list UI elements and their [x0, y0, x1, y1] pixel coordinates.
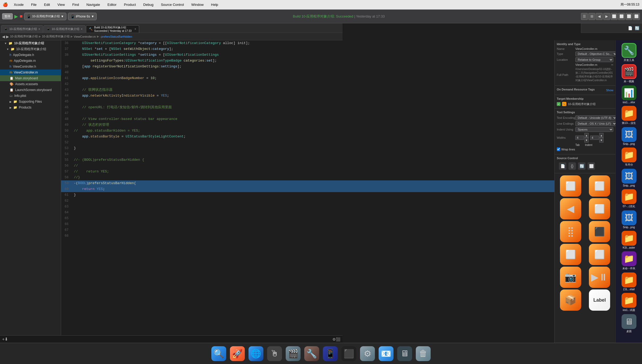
tab-2[interactable]: 🔨 Build 10-应用程序对象介绍: Succeeded | Yesterd…: [86, 25, 139, 33]
view-split[interactable]: ⬜: [611, 13, 618, 20]
ctrl-btn-label[interactable]: Label: [589, 289, 610, 311]
related-items-btn[interactable]: 📄: [627, 25, 633, 31]
desktop-icon-chandan[interactable]: 📁 车丹分: [618, 147, 640, 167]
add-file-btn[interactable]: +: [2, 337, 5, 342]
pause-button[interactable]: 暂停: [2, 13, 13, 19]
ctrl-btn-4[interactable]: ⬜: [589, 198, 610, 219]
breadcrumb-item-4[interactable]: -prefersStatusBarHidden: [100, 35, 132, 38]
wrap-lines-checkbox[interactable]: [557, 148, 560, 151]
location-edit-icon[interactable]: ✏: [611, 63, 613, 66]
dock-prefs[interactable]: ⚙: [359, 346, 376, 362]
desktop-icon-xlsx[interactable]: 📊 ios1....xlsx: [618, 85, 640, 104]
scheme-selector[interactable]: 📱 10-应用程序对象介绍 ▼: [24, 13, 66, 20]
ctrl-btn-2[interactable]: ⬜: [589, 175, 610, 197]
view-split4[interactable]: ⬜: [633, 13, 640, 20]
desktop-icon-desktop[interactable]: 🖥 桌面: [618, 314, 640, 334]
breadcrumb-back[interactable]: ◀: [2, 34, 5, 39]
device-selector[interactable]: 📱 iPhone 6s ▼: [68, 13, 97, 20]
sidebar-supporting-files[interactable]: ▶ 📁 Supporting Files: [0, 99, 61, 105]
tab-width-input[interactable]: [575, 136, 584, 140]
run-button[interactable]: ▶: [14, 14, 18, 19]
menu-edit[interactable]: Edit: [42, 2, 52, 7]
breadcrumb-forward[interactable]: ▶: [6, 34, 9, 39]
desktop-icon-snip1[interactable]: 🖼 Snip...png: [618, 127, 640, 146]
menu-help[interactable]: Help: [209, 2, 220, 7]
line-endings-select[interactable]: Default - OS X / Unix (LF): [575, 121, 615, 126]
dock-mail[interactable]: 📧: [378, 346, 395, 362]
dock-tools[interactable]: 🔧: [303, 346, 320, 362]
desktop-icon-video[interactable]: 🎬 未···视频: [618, 64, 640, 84]
menu-navigate[interactable]: Navigate: [85, 2, 101, 7]
dock-iphone[interactable]: 📱: [322, 346, 339, 362]
tab-close-0[interactable]: ×: [38, 28, 40, 31]
sidebar-appdelegate-h[interactable]: h AppDelegate.h: [0, 52, 61, 58]
dock-finder[interactable]: 🔍: [210, 346, 227, 362]
sidebar-assets[interactable]: 🎨 Assets.xcassets: [0, 81, 61, 87]
desktop-icon-unnamed[interactable]: 📁 未命···件夹: [618, 251, 640, 271]
code-editor[interactable]: 36 UIUserNotificationCategory *category …: [61, 40, 554, 343]
desktop-icon-tools[interactable]: 🔧 开发工具: [618, 42, 640, 63]
ctrl-btn-back[interactable]: ◀: [560, 198, 581, 219]
sc-icon-3[interactable]: 🔄: [578, 162, 585, 170]
desktop-icon-folder1[interactable]: 📁 第13-...业生: [618, 105, 640, 125]
location-select[interactable]: Relative to Group: [575, 57, 613, 62]
indent-width-up[interactable]: ▲: [599, 133, 604, 138]
ctrl-btn-8[interactable]: ⬜: [589, 244, 610, 265]
indent-width-down[interactable]: ▼: [599, 138, 604, 142]
stop-button[interactable]: ■: [20, 14, 23, 19]
dock-mouse[interactable]: 🖱: [266, 346, 283, 362]
tab-width-down[interactable]: ▼: [584, 138, 589, 142]
sidebar-products[interactable]: ▶ 📁 Products: [0, 105, 61, 110]
dock-quicktime[interactable]: 🎬: [285, 346, 302, 362]
desktop-icon-folder2[interactable]: 📁 07-...(优化: [618, 189, 640, 209]
tab-width-stepper[interactable]: ▲ ▼: [575, 133, 589, 142]
view-toggle-left[interactable]: ☰: [581, 13, 588, 20]
sidebar-appdelegate-m[interactable]: m AppDelegate.m: [0, 58, 61, 64]
tab-close-1[interactable]: ×: [81, 28, 83, 31]
tab-width-up[interactable]: ▲: [584, 133, 589, 138]
sidebar-viewcontroller-h[interactable]: h ViewController.h: [0, 64, 61, 70]
menu-view[interactable]: View: [56, 2, 66, 7]
desktop-icon-ios1[interactable]: 📁 ios1...试题: [618, 292, 640, 313]
menu-window[interactable]: Window: [190, 2, 205, 7]
dock-launchpad[interactable]: 🚀: [229, 346, 246, 362]
sc-icon-2[interactable]: {}: [568, 162, 576, 170]
view-split3[interactable]: ⬜: [626, 13, 632, 20]
subproject-item[interactable]: ▼ 📁 10-应用程序对象介绍: [0, 46, 61, 52]
indent-using-select[interactable]: Spaces: [575, 127, 613, 132]
sidebar-main-storyboard[interactable]: 📋 Main.storyboard: [0, 75, 61, 81]
dock-display[interactable]: 🖥: [396, 346, 413, 362]
sidebar-info-plist[interactable]: 🗂 Info.plist: [0, 93, 61, 99]
tab-0[interactable]: 📱 10-应用程序对象介绍 ×: [1, 25, 43, 33]
ctrl-btn-box[interactable]: 📦: [560, 289, 581, 311]
ctrl-btn-7[interactable]: ⬜: [560, 244, 581, 265]
show-link[interactable]: Show: [606, 89, 613, 92]
menu-xcode[interactable]: Xcode: [12, 2, 25, 7]
dock-terminal[interactable]: ⬛: [340, 346, 357, 362]
ctrl-btn-play-pause[interactable]: ▶⏸: [589, 267, 610, 288]
encoding-select[interactable]: Default - Unicode (UTF-8): [575, 115, 615, 120]
indent-width-input[interactable]: [590, 136, 599, 140]
project-item[interactable]: ▼ 📁 10-应用程序对象介绍: [0, 40, 61, 46]
ctrl-btn-grid[interactable]: ⣿: [560, 221, 581, 242]
dock-trash[interactable]: 🗑: [415, 346, 432, 362]
menu-source-control[interactable]: Source Control: [159, 2, 186, 7]
menu-editor[interactable]: Editor: [106, 2, 118, 7]
ctrl-btn-6[interactable]: ⬛: [589, 221, 610, 242]
history-btn[interactable]: ⬇: [5, 337, 8, 342]
view-toggle-right[interactable]: ▶: [603, 13, 610, 20]
dock-safari[interactable]: 🌐: [247, 346, 264, 362]
breadcrumb-item-2[interactable]: 10-应用程序对象介绍: [42, 34, 70, 38]
refresh-btn[interactable]: 🔄: [634, 25, 640, 31]
desktop-icon-snip3[interactable]: 🖼 Snip...png: [618, 210, 640, 229]
indent-width-stepper[interactable]: ▲ ▼: [590, 133, 604, 142]
menu-file[interactable]: File: [29, 2, 38, 7]
type-select[interactable]: Default - Objective-C So...: [575, 51, 615, 56]
apple-menu[interactable]: 🍎: [3, 2, 8, 7]
menu-product[interactable]: Product: [122, 2, 138, 7]
desktop-icon-snip2[interactable]: 🖼 Snip...png: [618, 168, 640, 188]
sc-icon-4[interactable]: ⬜: [588, 162, 595, 170]
sidebar-launch-storyboard[interactable]: 📋 LaunchScreen.storyboard: [0, 87, 61, 93]
sc-icon-1[interactable]: 📄: [559, 162, 566, 170]
tab-close-2[interactable]: ×: [135, 28, 136, 31]
